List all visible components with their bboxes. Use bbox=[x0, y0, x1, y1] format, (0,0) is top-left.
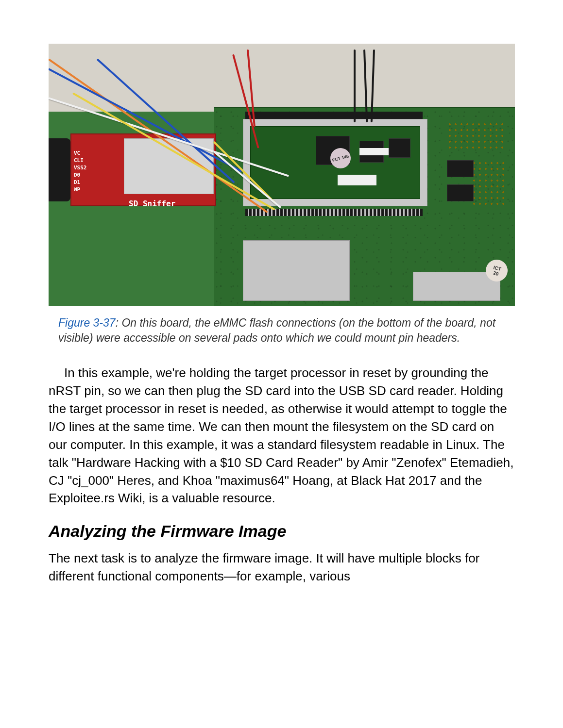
wire-black-1 bbox=[354, 50, 356, 122]
pin-header-top bbox=[245, 112, 423, 119]
figure-caption: Figure 3-37: On this board, the eMMC fla… bbox=[58, 315, 505, 346]
body-paragraph-1: In this example, we're holding the targe… bbox=[49, 364, 514, 507]
section-heading: Analyzing the Firmware Image bbox=[49, 522, 514, 541]
chip-side-2 bbox=[447, 184, 474, 201]
label-sticker-1 bbox=[359, 148, 389, 155]
figure-caption-text: : On this board, the eMMC flash connecti… bbox=[58, 316, 495, 344]
rf-shield-bottom bbox=[243, 240, 350, 301]
chip-3 bbox=[389, 138, 410, 158]
label-sticker-2 bbox=[338, 175, 376, 185]
pcb-vias-pattern bbox=[447, 121, 505, 150]
chip-side-1 bbox=[447, 160, 474, 177]
figure-image: FCT 146 ICT 20 SD Sniffer VC CLI VSS2 D0… bbox=[49, 44, 515, 306]
connector-edge bbox=[49, 138, 70, 201]
ict-text-2: 20 bbox=[493, 270, 499, 277]
body-paragraph-2: The next task is to analyze the firmware… bbox=[49, 549, 514, 585]
sd-sniffer-label: SD Sniffer bbox=[129, 199, 175, 208]
pin-labels: VC CLI VSS2 D0 D1 WP bbox=[74, 149, 87, 193]
pcb-vias-pattern-2 bbox=[471, 160, 505, 209]
pin-header-bottom bbox=[245, 209, 423, 216]
figure-reference: Figure 3-37 bbox=[58, 316, 116, 329]
